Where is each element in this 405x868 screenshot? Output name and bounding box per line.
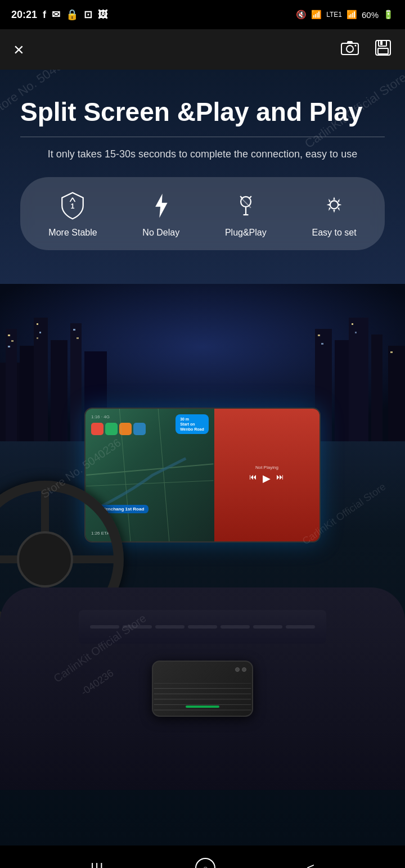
feature-no-delay: No Delay (142, 189, 179, 238)
main-content: Store No. 5040236 CarlinKit Official Sto… (0, 70, 405, 846)
svg-rect-44 (390, 351, 393, 353)
svg-rect-33 (11, 340, 14, 342)
music-status: Not Playing (255, 465, 278, 470)
status-left: 20:21 f ✉ 🔒 ⊡ 🖼 (11, 8, 108, 21)
svg-line-48 (158, 409, 169, 541)
feature-more-stable: 1 More Stable (48, 189, 97, 238)
svg-rect-32 (8, 334, 10, 336)
svg-rect-43 (355, 332, 357, 333)
svg-rect-28 (335, 340, 349, 441)
mute-icon: 🔇 (296, 10, 307, 20)
svg-rect-7 (380, 41, 382, 45)
svg-rect-38 (73, 329, 75, 331)
save-button[interactable] (375, 39, 392, 60)
easy-set-label: Easy to set (312, 228, 356, 238)
svg-rect-6 (378, 48, 388, 54)
vent-slat (286, 625, 315, 629)
screen-split: 1:16 · 4G (86, 409, 320, 541)
svg-rect-30 (371, 334, 382, 441)
email-icon: ✉ (52, 8, 60, 21)
feature-pills: 1 More Stable No Delay (20, 177, 385, 250)
status-time: 20:21 (11, 9, 37, 21)
shield-icon: 1 (56, 189, 89, 222)
lte-icon: LTE1 (326, 11, 342, 19)
svg-line-15 (249, 196, 251, 198)
facebook-icon: f (43, 9, 46, 21)
svg-rect-29 (349, 318, 368, 441)
car-interior: 1:16 · 4G (0, 284, 405, 790)
feature-plug-play: Plug&Play (225, 189, 267, 238)
play-icon[interactable]: ▶ (263, 472, 271, 485)
svg-rect-40 (318, 334, 320, 336)
home-button[interactable]: ○ (195, 858, 215, 868)
music-controls: ⏮ ▶ ⏭ (249, 472, 284, 485)
camera-button[interactable] (341, 39, 359, 60)
svg-line-46 (86, 480, 213, 486)
back-button[interactable]: < (307, 860, 314, 868)
rewind-icon[interactable]: ⏮ (249, 472, 257, 485)
forward-icon[interactable]: ⏭ (276, 472, 284, 485)
signal-icon: 📶 (346, 10, 357, 20)
vent-slat (90, 625, 119, 629)
vent-slat (188, 625, 217, 629)
svg-rect-41 (321, 343, 323, 345)
bolt-icon (145, 189, 177, 222)
svg-point-1 (346, 46, 353, 52)
svg-line-10 (73, 197, 75, 201)
hero-divider (20, 137, 385, 137)
bottom-nav-bar: ||| ○ < (0, 846, 405, 868)
map-nav-badge: 30 mStart onWenbo Road (176, 414, 209, 434)
battery-icon: 🔋 (383, 10, 394, 20)
dashboard (0, 587, 405, 790)
svg-rect-25 (70, 323, 82, 441)
device-led (186, 706, 219, 708)
lock-icon: 🔒 (66, 8, 78, 21)
svg-rect-36 (39, 332, 41, 333)
svg-rect-35 (37, 323, 38, 325)
nav-bar: × (0, 29, 405, 70)
vent-slat (155, 625, 184, 629)
svg-rect-39 (76, 337, 79, 339)
steering-hub (17, 531, 73, 587)
air-vents (79, 610, 326, 644)
device-body (152, 661, 253, 717)
carlinkit-device (146, 661, 259, 734)
status-bar: 20:21 f ✉ 🔒 ⊡ 🖼 🔇 📶 LTE1 📶 60% 🔋 (0, 0, 405, 29)
dashboard-screen: 1:16 · 4G (84, 408, 321, 542)
hero-subtitle: It only takes 15-30s seconds to complete… (20, 148, 385, 160)
svg-rect-34 (8, 346, 10, 347)
hero-title: Split Screen &Play and Play (20, 98, 385, 126)
svg-line-9 (70, 197, 73, 201)
svg-marker-11 (155, 193, 167, 218)
svg-point-18 (330, 201, 338, 209)
svg-rect-21 (6, 329, 17, 441)
status-right: 🔇 📶 LTE1 📶 60% 🔋 (296, 10, 394, 20)
port-usb-b (242, 667, 246, 672)
svg-line-47 (119, 409, 130, 541)
plug-icon (230, 189, 262, 222)
battery-percent: 60% (362, 10, 379, 20)
svg-rect-37 (37, 337, 38, 339)
wifi-icon: 📶 (311, 10, 322, 20)
vent-slat (253, 625, 282, 629)
recent-apps-button[interactable]: ||| (91, 860, 105, 868)
svg-text:1: 1 (71, 202, 75, 210)
music-panel: Not Playing ⏮ ▶ ⏭ (214, 409, 320, 541)
hero-section: Split Screen &Play and Play It only take… (0, 70, 405, 284)
feature-easy-set: Easy to set (312, 189, 356, 238)
vent-slat (123, 625, 152, 629)
screen-music: Not Playing ⏮ ▶ ⏭ (214, 409, 320, 541)
svg-rect-31 (388, 346, 405, 441)
svg-rect-42 (352, 323, 353, 325)
device-ports (235, 667, 246, 672)
no-delay-label: No Delay (142, 228, 179, 238)
cast-icon: ⊡ (84, 8, 92, 21)
svg-rect-2 (347, 41, 353, 44)
close-button[interactable]: × (14, 39, 24, 60)
vent-slat (220, 625, 250, 629)
nav-right-icons (341, 39, 392, 60)
plug-play-label: Plug&Play (225, 228, 267, 238)
svg-line-45 (86, 464, 213, 475)
svg-point-3 (355, 44, 357, 46)
image-icon: 🖼 (98, 9, 108, 21)
